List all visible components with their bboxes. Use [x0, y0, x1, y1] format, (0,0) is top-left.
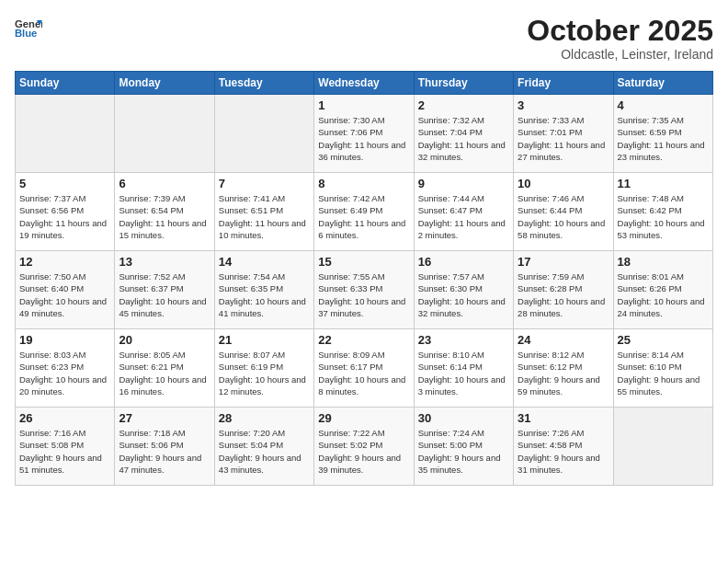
- day-info: Sunrise: 7:22 AM Sunset: 5:02 PM Dayligh…: [318, 427, 409, 476]
- day-info: Sunrise: 8:07 AM Sunset: 6:19 PM Dayligh…: [219, 349, 310, 397]
- day-info: Sunrise: 7:20 AM Sunset: 5:04 PM Dayligh…: [219, 427, 310, 476]
- day-cell: 16Sunrise: 7:57 AM Sunset: 6:30 PM Dayli…: [414, 251, 513, 329]
- day-info: Sunrise: 7:50 AM Sunset: 6:40 PM Dayligh…: [19, 270, 110, 319]
- calendar-header-row: SundayMondayTuesdayWednesdayThursdayFrid…: [16, 72, 713, 95]
- day-cell: 12Sunrise: 7:50 AM Sunset: 6:40 PM Dayli…: [16, 251, 115, 329]
- day-cell: 3Sunrise: 7:33 AM Sunset: 7:01 PM Daylig…: [514, 95, 613, 173]
- day-info: Sunrise: 7:57 AM Sunset: 6:30 PM Dayligh…: [418, 270, 509, 319]
- day-number: 11: [618, 177, 709, 190]
- week-row-4: 19Sunrise: 8:03 AM Sunset: 6:23 PM Dayli…: [16, 329, 713, 408]
- day-cell: 29Sunrise: 7:22 AM Sunset: 5:02 PM Dayli…: [314, 408, 414, 486]
- day-number: 23: [418, 333, 509, 347]
- col-header-monday: Monday: [115, 72, 214, 95]
- day-cell: 26Sunrise: 7:16 AM Sunset: 5:08 PM Dayli…: [16, 408, 115, 486]
- week-row-5: 26Sunrise: 7:16 AM Sunset: 5:08 PM Dayli…: [16, 408, 713, 486]
- day-cell: [613, 408, 712, 486]
- col-header-wednesday: Wednesday: [314, 72, 414, 95]
- day-cell: 19Sunrise: 8:03 AM Sunset: 6:23 PM Dayli…: [16, 329, 115, 408]
- day-number: 4: [618, 98, 709, 112]
- day-number: 17: [518, 255, 609, 269]
- day-number: 15: [318, 255, 409, 269]
- day-info: Sunrise: 7:26 AM Sunset: 4:58 PM Dayligh…: [518, 427, 609, 476]
- week-row-3: 12Sunrise: 7:50 AM Sunset: 6:40 PM Dayli…: [16, 251, 713, 329]
- col-header-sunday: Sunday: [16, 72, 115, 95]
- day-cell: 23Sunrise: 8:10 AM Sunset: 6:14 PM Dayli…: [414, 329, 513, 408]
- day-number: 28: [219, 411, 310, 425]
- svg-text:Blue: Blue: [15, 28, 37, 39]
- day-cell: 27Sunrise: 7:18 AM Sunset: 5:06 PM Dayli…: [115, 408, 214, 486]
- day-info: Sunrise: 7:41 AM Sunset: 6:51 PM Dayligh…: [219, 192, 310, 241]
- day-cell: 10Sunrise: 7:46 AM Sunset: 6:44 PM Dayli…: [514, 173, 613, 251]
- day-number: 16: [418, 255, 509, 269]
- day-info: Sunrise: 7:42 AM Sunset: 6:49 PM Dayligh…: [318, 192, 409, 241]
- col-header-tuesday: Tuesday: [214, 72, 313, 95]
- day-number: 26: [19, 411, 110, 425]
- day-cell: 11Sunrise: 7:48 AM Sunset: 6:42 PM Dayli…: [613, 173, 712, 251]
- col-header-thursday: Thursday: [414, 72, 513, 95]
- day-number: 6: [119, 177, 210, 190]
- day-number: 9: [418, 177, 509, 190]
- day-cell: 28Sunrise: 7:20 AM Sunset: 5:04 PM Dayli…: [214, 408, 313, 486]
- day-cell: 18Sunrise: 8:01 AM Sunset: 6:26 PM Dayli…: [613, 251, 712, 329]
- day-info: Sunrise: 8:10 AM Sunset: 6:14 PM Dayligh…: [418, 349, 509, 397]
- day-number: 14: [219, 255, 310, 269]
- day-cell: 31Sunrise: 7:26 AM Sunset: 4:58 PM Dayli…: [514, 408, 613, 486]
- day-number: 1: [318, 98, 409, 112]
- day-info: Sunrise: 7:52 AM Sunset: 6:37 PM Dayligh…: [119, 270, 210, 319]
- day-cell: [214, 95, 313, 173]
- day-number: 30: [418, 411, 509, 425]
- day-info: Sunrise: 7:37 AM Sunset: 6:56 PM Dayligh…: [19, 192, 110, 241]
- day-cell: [115, 95, 214, 173]
- week-row-1: 1Sunrise: 7:30 AM Sunset: 7:06 PM Daylig…: [16, 95, 713, 173]
- logo-icon: General Blue: [15, 15, 42, 42]
- day-info: Sunrise: 8:01 AM Sunset: 6:26 PM Dayligh…: [618, 270, 709, 319]
- day-number: 22: [318, 333, 409, 347]
- day-cell: 14Sunrise: 7:54 AM Sunset: 6:35 PM Dayli…: [214, 251, 313, 329]
- day-number: 31: [518, 411, 609, 425]
- day-cell: 9Sunrise: 7:44 AM Sunset: 6:47 PM Daylig…: [414, 173, 513, 251]
- location-subtitle: Oldcastle, Leinster, Ireland: [527, 47, 713, 62]
- day-cell: 24Sunrise: 8:12 AM Sunset: 6:12 PM Dayli…: [514, 329, 613, 408]
- title-block: October 2025 Oldcastle, Leinster, Irelan…: [527, 15, 713, 62]
- page-header: General Blue October 2025 Oldcastle, Lei…: [15, 15, 713, 62]
- day-cell: [16, 95, 115, 173]
- day-cell: 21Sunrise: 8:07 AM Sunset: 6:19 PM Dayli…: [214, 329, 313, 408]
- day-cell: 1Sunrise: 7:30 AM Sunset: 7:06 PM Daylig…: [314, 95, 414, 173]
- day-number: 5: [19, 177, 110, 190]
- day-info: Sunrise: 7:33 AM Sunset: 7:01 PM Dayligh…: [518, 114, 609, 163]
- day-cell: 20Sunrise: 8:05 AM Sunset: 6:21 PM Dayli…: [115, 329, 214, 408]
- day-cell: 13Sunrise: 7:52 AM Sunset: 6:37 PM Dayli…: [115, 251, 214, 329]
- day-number: 13: [119, 255, 210, 269]
- day-number: 21: [219, 333, 310, 347]
- day-info: Sunrise: 8:14 AM Sunset: 6:10 PM Dayligh…: [618, 349, 709, 397]
- day-cell: 22Sunrise: 8:09 AM Sunset: 6:17 PM Dayli…: [314, 329, 414, 408]
- day-number: 2: [418, 98, 509, 112]
- day-cell: 5Sunrise: 7:37 AM Sunset: 6:56 PM Daylig…: [16, 173, 115, 251]
- day-info: Sunrise: 8:12 AM Sunset: 6:12 PM Dayligh…: [518, 349, 609, 397]
- col-header-saturday: Saturday: [613, 72, 712, 95]
- day-cell: 30Sunrise: 7:24 AM Sunset: 5:00 PM Dayli…: [414, 408, 513, 486]
- day-info: Sunrise: 7:24 AM Sunset: 5:00 PM Dayligh…: [418, 427, 509, 476]
- day-info: Sunrise: 7:30 AM Sunset: 7:06 PM Dayligh…: [318, 114, 409, 163]
- day-info: Sunrise: 7:48 AM Sunset: 6:42 PM Dayligh…: [618, 192, 709, 241]
- day-number: 18: [618, 255, 709, 269]
- day-cell: 6Sunrise: 7:39 AM Sunset: 6:54 PM Daylig…: [115, 173, 214, 251]
- col-header-friday: Friday: [514, 72, 613, 95]
- day-info: Sunrise: 7:39 AM Sunset: 6:54 PM Dayligh…: [119, 192, 210, 241]
- week-row-2: 5Sunrise: 7:37 AM Sunset: 6:56 PM Daylig…: [16, 173, 713, 251]
- day-number: 27: [119, 411, 210, 425]
- day-number: 10: [518, 177, 609, 190]
- day-info: Sunrise: 7:46 AM Sunset: 6:44 PM Dayligh…: [518, 192, 609, 241]
- day-cell: 15Sunrise: 7:55 AM Sunset: 6:33 PM Dayli…: [314, 251, 414, 329]
- day-info: Sunrise: 7:18 AM Sunset: 5:06 PM Dayligh…: [119, 427, 210, 476]
- month-title: October 2025: [527, 15, 713, 47]
- day-number: 20: [119, 333, 210, 347]
- day-cell: 7Sunrise: 7:41 AM Sunset: 6:51 PM Daylig…: [214, 173, 313, 251]
- day-number: 19: [19, 333, 110, 347]
- day-cell: 17Sunrise: 7:59 AM Sunset: 6:28 PM Dayli…: [514, 251, 613, 329]
- day-cell: 8Sunrise: 7:42 AM Sunset: 6:49 PM Daylig…: [314, 173, 414, 251]
- logo: General Blue: [15, 15, 42, 42]
- day-number: 3: [518, 98, 609, 112]
- day-number: 25: [618, 333, 709, 347]
- calendar-table: SundayMondayTuesdayWednesdayThursdayFrid…: [15, 71, 713, 486]
